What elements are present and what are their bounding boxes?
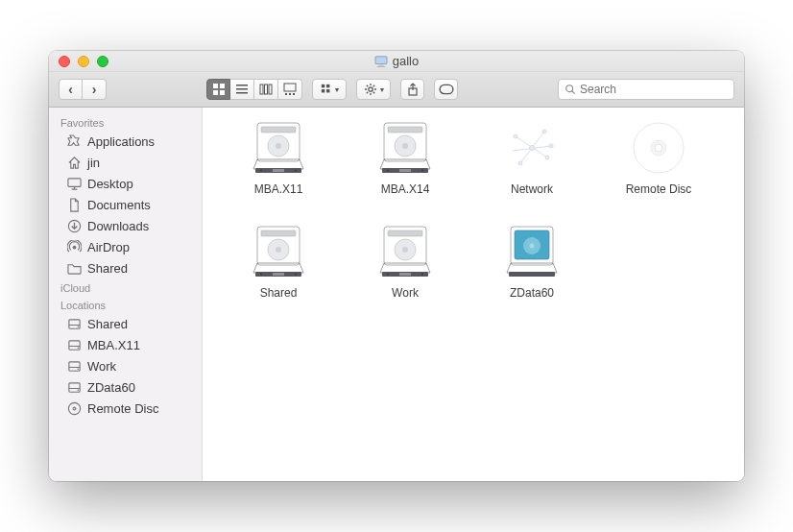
sidebar-item-label: ZData60: [87, 380, 135, 395]
gear-icon: [364, 83, 377, 96]
item-label: Work: [392, 286, 419, 300]
zoom-button[interactable]: [97, 56, 108, 67]
finder-window: gallo ‹ › ▾: [49, 51, 744, 481]
svg-rect-13: [284, 84, 296, 91]
svg-rect-7: [236, 85, 248, 86]
svg-rect-20: [326, 89, 329, 92]
sidebar-item-shared[interactable]: Shared: [49, 257, 202, 278]
volume-remote-disc[interactable]: Remote Disc: [596, 117, 721, 196]
svg-rect-14: [285, 93, 287, 95]
item-label: ZData60: [510, 286, 554, 300]
sidebar-item-label: Downloads: [87, 219, 149, 233]
sidebar-item-label: Work: [87, 359, 116, 374]
search-icon: [565, 84, 576, 95]
volume-work[interactable]: Work: [343, 221, 468, 300]
forward-button[interactable]: ›: [83, 79, 107, 100]
cd-big-icon: [628, 117, 689, 179]
sidebar-item-remote-disc[interactable]: Remote Disc: [49, 398, 202, 419]
disk-icon: [66, 316, 82, 331]
volume-mba-x11[interactable]: MBA.X11: [216, 117, 341, 196]
svg-point-21: [368, 87, 372, 91]
main-pane[interactable]: MBA.X11MBA.X14NetworkRemote DiscSharedWo…: [203, 108, 744, 481]
sidebar-item-label: Remote Disc: [87, 401, 158, 416]
item-label: Shared: [260, 286, 298, 300]
sidebar-item-applications[interactable]: Applications: [49, 131, 202, 152]
sidebar-item-jin[interactable]: jin: [49, 152, 202, 173]
tags-button[interactable]: [434, 79, 458, 100]
svg-rect-17: [321, 85, 324, 87]
action-button[interactable]: ▾: [356, 79, 391, 100]
sidebar-item-label: Shared: [87, 317, 128, 331]
navigation-buttons: ‹ ›: [59, 79, 107, 100]
svg-line-27: [372, 92, 373, 93]
sidebar-item-label: Shared: [87, 261, 128, 276]
volume-mba-x14[interactable]: MBA.X14: [343, 117, 468, 196]
share-button[interactable]: [400, 79, 424, 100]
volume-zdata60[interactable]: ZData60: [469, 221, 594, 300]
sidebar-item-shared[interactable]: Shared: [49, 313, 202, 334]
sidebar-item-airdrop[interactable]: AirDrop: [49, 236, 202, 257]
search-field[interactable]: [558, 79, 734, 100]
airdrop-icon: [66, 239, 82, 254]
svg-rect-16: [293, 93, 295, 95]
sidebar-item-zdata60[interactable]: ZData60: [49, 376, 202, 398]
svg-rect-4: [220, 84, 225, 88]
sidebar-section-label: Favorites: [49, 113, 202, 131]
svg-rect-1: [378, 64, 383, 66]
hdd-icon: [374, 117, 436, 179]
cd-icon: [66, 400, 82, 416]
sidebar-item-label: jin: [87, 156, 100, 170]
sidebar-section-label: Locations: [49, 296, 202, 313]
network-icon: [501, 117, 563, 179]
sidebar-item-desktop[interactable]: Desktop: [49, 173, 202, 194]
list-view-button[interactable]: [230, 79, 254, 100]
item-label: MBA.X11: [254, 182, 303, 196]
toolbar: ‹ › ▾ ▾: [49, 72, 744, 108]
sidebar-item-label: Applications: [87, 134, 155, 149]
svg-rect-0: [375, 56, 387, 63]
tag-icon: [439, 83, 454, 96]
sidebar-item-downloads[interactable]: Downloads: [49, 215, 202, 236]
window-controls: [59, 56, 108, 67]
sidebar: FavoritesApplicationsjinDesktopDocuments…: [49, 108, 203, 481]
close-button[interactable]: [59, 56, 70, 67]
arrange-button[interactable]: ▾: [312, 79, 347, 100]
hdd-icon: [248, 117, 309, 179]
window-title: gallo: [374, 54, 419, 68]
computer-icon: [374, 56, 388, 67]
minimize-button[interactable]: [78, 56, 89, 67]
svg-line-29: [372, 85, 373, 86]
item-label: Remote Disc: [626, 182, 692, 196]
downloads-icon: [66, 218, 82, 233]
documents-icon: [66, 197, 82, 212]
svg-line-34: [572, 91, 575, 94]
svg-rect-2: [376, 66, 385, 67]
volume-shared[interactable]: Shared: [216, 221, 341, 300]
svg-line-26: [366, 85, 367, 86]
sidebar-item-work[interactable]: Work: [49, 355, 202, 376]
svg-rect-15: [289, 93, 291, 95]
svg-rect-18: [326, 85, 329, 87]
sidebar-item-mba-x11[interactable]: MBA.X11: [49, 334, 202, 355]
svg-line-28: [366, 92, 367, 93]
sidebar-item-label: Desktop: [87, 177, 133, 191]
sidebar-section-label: iCloud: [49, 278, 202, 296]
svg-rect-6: [220, 90, 225, 95]
volume-network[interactable]: Network: [469, 117, 594, 196]
svg-rect-32: [440, 85, 453, 93]
gallery-view-button[interactable]: [278, 79, 302, 100]
share-icon: [406, 83, 420, 96]
folder-icon: [66, 260, 82, 276]
sidebar-item-label: AirDrop: [87, 240, 130, 254]
back-button[interactable]: ‹: [59, 79, 83, 100]
search-input[interactable]: [580, 83, 728, 96]
icon-view-button[interactable]: [206, 79, 230, 100]
sidebar-item-documents[interactable]: Documents: [49, 194, 202, 215]
titlebar[interactable]: gallo: [49, 51, 744, 72]
svg-rect-12: [269, 85, 272, 94]
hdd-icon: [248, 221, 309, 282]
disk-icon: [66, 337, 82, 352]
chevron-down-icon: ▾: [380, 85, 384, 94]
sidebar-item-label: Documents: [87, 198, 151, 212]
column-view-button[interactable]: [254, 79, 278, 100]
